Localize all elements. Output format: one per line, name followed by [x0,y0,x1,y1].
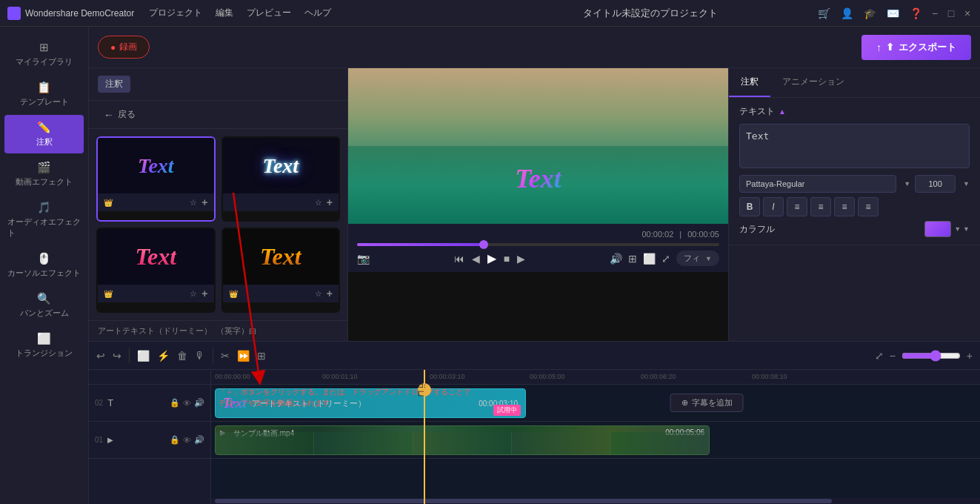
italic-button[interactable]: I [763,197,784,216]
redo-button[interactable]: ↪ [113,350,121,362]
align-center-button[interactable]: ≡ [810,197,831,216]
volume-button[interactable]: 🔊 [610,253,622,265]
align-right-button[interactable]: ≡ [834,197,855,216]
zoom-slider[interactable] [901,350,961,362]
mail-icon[interactable]: ✉️ [887,7,899,19]
ruler-mark-4: 00:00:06:20 [641,373,676,380]
sidebar-item-cursor[interactable]: 🖱️ カーソルエフェクト [4,246,84,285]
card-preview-gold: Text [223,229,339,285]
embed-button[interactable]: ⤢ [875,350,884,362]
app-logo [7,7,21,20]
progress-bar[interactable] [357,243,719,246]
crop-tool-button[interactable]: ⬜ [137,350,150,362]
color-swatch[interactable] [924,221,951,237]
export-button[interactable]: ⬆ エクスポート [861,35,971,60]
favorite-button-gold[interactable]: ☆ [315,289,322,299]
lock-video-button[interactable]: 🔒 [170,435,180,445]
lock-track-button[interactable]: 🔒 [170,398,180,408]
shop-icon[interactable]: 🛒 [818,7,830,19]
sidebar-item-annotation[interactable]: ✏️ 注釈 [4,115,84,153]
subtitle-add-button[interactable]: ⊕ 字幕を追加 [670,394,744,412]
timeline-ruler: 00:00:00:00 00:00:01:10 00:00:03:10 00:0… [211,370,980,385]
caption-button[interactable]: ⊞ [628,253,637,265]
user-icon[interactable]: 👤 [841,7,853,19]
sidebar-item-audio[interactable]: 🎵 オーディオエフェクト [4,195,84,245]
sidebar-item-pan[interactable]: 🔍 パンとズーム [4,286,84,325]
group-button[interactable]: ⊞ [257,350,266,362]
annotation-badge: 注釈 [98,76,130,93]
font-select[interactable]: Pattaya-Regular [739,175,896,193]
frame-back-button[interactable]: ◀ [472,253,480,265]
record-button[interactable]: 録画 [98,36,150,59]
visibility-button[interactable]: 👁 [183,398,191,408]
undo-button[interactable]: ↩ [96,350,105,362]
audio-video-button[interactable]: 🔊 [194,435,204,445]
split-button[interactable]: ⚡ [157,350,170,362]
sidebar-item-library[interactable]: ⊞ マイライブラリ [4,35,84,73]
playhead-handle[interactable]: コ:匸 [418,383,431,397]
tab-annotation[interactable]: 注釈 [729,68,770,97]
crown-icon: 👑 [104,199,113,207]
video-clip[interactable]: ▶ サンプル動画.mp4 00:00:05:06 [215,425,710,455]
title-bar: Wondershare DemoCreator プロジェクト 編集 プレビュー … [0,0,980,27]
color-dropdown-icon[interactable]: ▼ [963,225,970,233]
record-mic-button[interactable]: 🎙 [195,350,205,362]
close-button[interactable]: × [962,8,973,19]
help-icon[interactable]: ❓ [910,7,922,19]
delete-button[interactable]: 🗑 [177,350,187,362]
sidebar-item-template[interactable]: 📋 テンプレート [4,75,84,113]
play-button[interactable]: ▶ [487,251,496,265]
justify-button[interactable]: ≡ [858,197,879,216]
cursor-icon: 🖱️ [37,252,51,265]
menu-project[interactable]: プロジェクト [149,7,202,19]
menu-edit[interactable]: 編集 [216,7,233,19]
progress-knob[interactable] [479,240,488,249]
add-to-timeline-button[interactable]: + [201,196,207,208]
project-title: タイトル未設定のプロジェクト [484,7,818,20]
fit-button[interactable]: フィ ▼ [676,251,719,266]
zoom-in-button[interactable]: + [967,350,973,362]
sidebar-item-label: マイライブラリ [16,56,73,67]
template-card-pink[interactable]: Text 👑 ☆ + [96,228,216,313]
graduation-icon[interactable]: 🎓 [864,7,876,19]
speed-button[interactable]: ⏩ [237,350,250,362]
add-button-gold[interactable]: + [327,288,333,299]
crown-icon-pink: 👑 [104,290,113,298]
add-button-pink[interactable]: + [201,288,207,299]
template-card-dreamy[interactable]: Text 👑 ☆ + タイムラインに追加 [96,136,216,222]
skip-back-button[interactable]: ⏮ [454,253,464,265]
back-button[interactable]: ← 戻る [98,105,339,124]
screenshot-button[interactable]: 📷 [357,253,370,265]
template-card-gold[interactable]: Text 👑 ☆ + [221,228,341,313]
crop-button[interactable]: ⬜ [643,253,656,265]
visibility-video-button[interactable]: 👁 [183,435,191,445]
sidebar-item-transition[interactable]: ⬜ トランジション [4,326,84,365]
zoom-out-button[interactable]: − [890,350,896,362]
template-card-glow[interactable]: Text ☆ + [221,136,341,222]
add-button-glow[interactable]: + [327,196,333,208]
horizontal-scrollbar[interactable] [211,498,980,504]
align-left-button[interactable]: ≡ [787,197,807,216]
favorite-button-glow[interactable]: ☆ [315,198,322,208]
fullscreen-button[interactable]: ⤢ [661,253,670,265]
track-lane-video: ▶ サンプル動画.mp4 00:00:05:06 [211,422,980,459]
audio-track-button[interactable]: 🔊 [194,398,204,408]
minimize-button[interactable]: − [930,8,940,19]
stop-button[interactable]: ■ [504,253,510,265]
menu-preview[interactable]: プレビュー [247,7,291,19]
frame-forward-button[interactable]: ▶ [517,253,525,265]
maximize-button[interactable]: □ [946,8,956,19]
font-size-input[interactable] [915,175,956,193]
tab-animation[interactable]: アニメーション [770,68,856,97]
bold-button[interactable]: B [739,197,760,216]
card-footer-gold: 👑 ☆ + [223,285,339,302]
trial-badge: 試用中 [493,405,521,416]
trim-button[interactable]: ✂ [221,350,230,362]
favorite-button[interactable]: ☆ [190,198,197,208]
menu-help[interactable]: ヘルプ [304,7,331,19]
video-thumbnails [216,432,709,454]
sidebar-item-animation[interactable]: 🎬 動画エフェクト [4,155,84,193]
text-input[interactable]: Text [739,124,970,168]
card-footer-glow: ☆ + [223,193,339,211]
favorite-button-pink[interactable]: ☆ [190,289,197,299]
